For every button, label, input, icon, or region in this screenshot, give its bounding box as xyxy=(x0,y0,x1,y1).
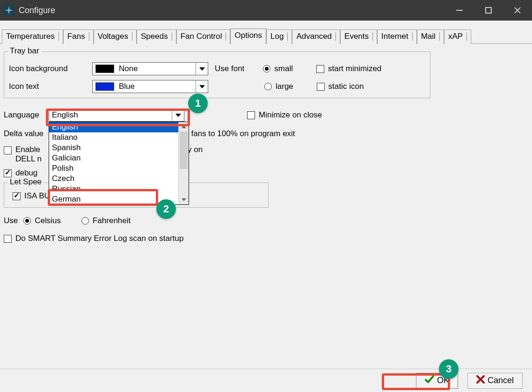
language-option-english[interactable]: English xyxy=(49,122,178,132)
maximize-button[interactable] xyxy=(474,0,503,21)
tab-advanced[interactable]: Advanced xyxy=(292,29,340,44)
callout-bubble-2: 2 xyxy=(156,199,176,219)
icon-bg-label: Icon background xyxy=(9,64,92,73)
delta-label-right: t fans to 100% on program exit xyxy=(187,129,295,138)
check-icon xyxy=(425,375,434,386)
icon-bg-swatch xyxy=(95,65,114,73)
tab-events[interactable]: Events xyxy=(340,29,377,44)
language-option-spanish[interactable]: Spanish xyxy=(49,143,178,153)
use-font-label: Use font xyxy=(215,64,244,73)
language-option-galician[interactable]: Galician xyxy=(49,153,178,163)
checkbox-icon xyxy=(316,65,324,73)
tab-log[interactable]: Log xyxy=(266,29,292,44)
language-combo[interactable]: English xyxy=(49,109,184,122)
svg-rect-2 xyxy=(486,7,491,13)
language-option-italiano[interactable]: Italiano xyxy=(49,132,178,143)
traybar-legend: Tray bar xyxy=(8,46,41,56)
language-option-russian[interactable]: Russian xyxy=(49,184,178,194)
celsius-radio[interactable]: Celsius xyxy=(23,216,61,225)
icon-bg-combo[interactable]: None xyxy=(92,62,208,75)
scrollbar-thumb[interactable] xyxy=(180,131,188,169)
options-panel: Tray bar Icon background None Use font s… xyxy=(0,44,532,251)
tab-fan-control[interactable]: Fan Control xyxy=(176,29,231,44)
radio-dot-icon xyxy=(81,217,89,225)
traybar-group: Tray bar Icon background None Use font s… xyxy=(4,51,430,98)
minimize-on-close-checkbox[interactable]: Minimize on close xyxy=(247,110,322,120)
checkbox-icon xyxy=(247,111,255,119)
scroll-up-icon[interactable] xyxy=(179,122,189,131)
font-large-radio[interactable]: large xyxy=(264,82,293,91)
tab-temperatures[interactable]: Temperatures xyxy=(2,29,63,44)
app-icon xyxy=(3,4,15,16)
icon-text-swatch xyxy=(95,82,114,91)
debug-checkbox[interactable]: debug xyxy=(4,168,37,178)
checkbox-icon xyxy=(13,192,21,200)
tab-options[interactable]: Options xyxy=(230,29,266,44)
font-small-radio[interactable]: small xyxy=(263,64,293,73)
icon-bg-value: None xyxy=(117,64,196,73)
window-controls xyxy=(445,0,532,21)
speedfan-legend: Let Spee xyxy=(8,177,44,187)
radio-dot-icon xyxy=(23,217,31,225)
language-options: English Italiano Spanish Galician Polish… xyxy=(49,122,178,204)
callout-bubble-3: 3 xyxy=(439,359,459,379)
language-value: English xyxy=(49,110,172,120)
chevron-down-icon[interactable] xyxy=(196,63,208,75)
checkbox-icon xyxy=(317,83,325,91)
chevron-down-icon[interactable] xyxy=(196,80,208,93)
scrollbar-track[interactable] xyxy=(179,169,189,195)
enable-dell-checkbox[interactable]: Enable DELL n xyxy=(4,145,42,164)
units-label: Use xyxy=(4,216,18,225)
radio-dot-icon xyxy=(263,65,270,73)
language-option-czech[interactable]: Czech xyxy=(49,174,178,184)
tab-xap[interactable]: xAP xyxy=(444,29,471,44)
callout-bubble-1: 1 xyxy=(188,94,208,113)
checkbox-icon xyxy=(4,146,12,154)
icon-text-combo[interactable]: Blue xyxy=(92,80,208,93)
enable-dell-line2: DELL n xyxy=(15,154,42,163)
x-icon xyxy=(476,375,485,386)
icon-text-value: Blue xyxy=(117,82,196,91)
tab-voltages[interactable]: Voltages xyxy=(94,29,137,44)
delta-label-left: Delta value xyxy=(4,129,44,138)
language-label: Language xyxy=(4,110,49,120)
tab-fans[interactable]: Fans xyxy=(63,29,94,44)
dropdown-scrollbar[interactable] xyxy=(178,122,189,204)
window-title: Configure xyxy=(19,6,445,15)
close-button[interactable] xyxy=(503,0,532,21)
enable-dell-line1: Enable xyxy=(15,145,40,154)
checkbox-icon xyxy=(4,169,12,177)
static-icon-checkbox[interactable]: static icon xyxy=(317,82,364,91)
titlebar: Configure xyxy=(0,0,532,21)
fahrenheit-radio[interactable]: Fahrenheit xyxy=(81,216,131,225)
tab-internet[interactable]: Internet xyxy=(377,29,417,44)
tab-strip: Temperatures Fans Voltages Speeds Fan Co… xyxy=(0,21,532,44)
start-minimized-checkbox[interactable]: start minimized xyxy=(316,64,381,73)
language-option-polish[interactable]: Polish xyxy=(49,163,178,174)
smart-scan-checkbox[interactable]: Do SMART Summary Error Log scan on start… xyxy=(4,234,183,243)
scroll-down-icon[interactable] xyxy=(179,195,189,204)
language-dropdown-list[interactable]: English Italiano Spanish Galician Polish… xyxy=(49,122,189,205)
radio-dot-icon xyxy=(264,83,272,90)
chevron-down-icon[interactable] xyxy=(172,109,184,121)
tab-speeds[interactable]: Speeds xyxy=(137,29,176,44)
enable-dell-trail: y on xyxy=(188,145,203,154)
minimize-button[interactable] xyxy=(445,0,474,21)
icon-text-label: Icon text xyxy=(9,82,92,91)
tab-mail[interactable]: Mail xyxy=(417,29,444,44)
checkbox-icon xyxy=(4,235,12,243)
cancel-button[interactable]: Cancel xyxy=(467,373,523,389)
